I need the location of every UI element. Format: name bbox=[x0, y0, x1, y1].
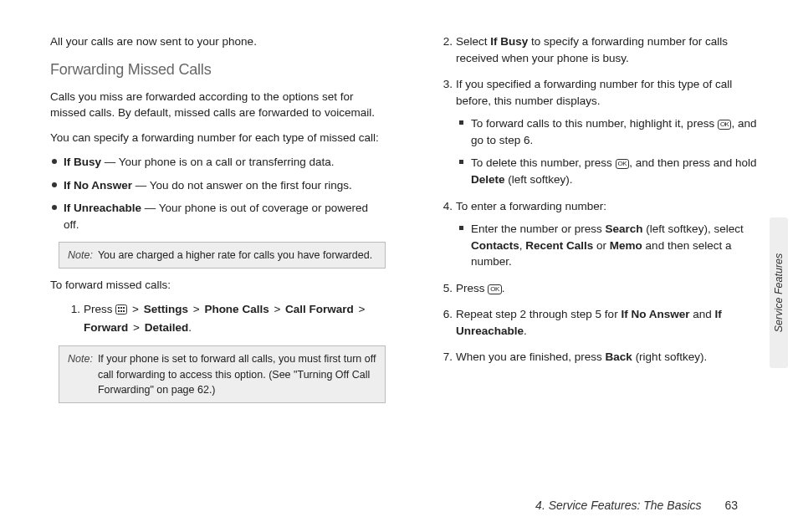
nav-item: Detailed bbox=[145, 321, 189, 334]
step-list-left: Press > Settings > Phone Calls > Call Fo… bbox=[69, 301, 386, 335]
step-text: To enter a forwarding number: bbox=[456, 200, 606, 212]
list-item: If Busy — Your phone is on a call or tra… bbox=[50, 154, 386, 171]
option-list: If Busy — Your phone is on a call or tra… bbox=[50, 154, 386, 233]
ok-key-icon: OK bbox=[718, 120, 732, 130]
note-text: If your phone is set to forward all call… bbox=[98, 351, 376, 396]
step-item: To enter a forwarding number: Enter the … bbox=[441, 198, 758, 270]
bold-term: Back bbox=[606, 350, 632, 363]
bold-term: Recent Calls bbox=[525, 239, 593, 252]
step-text: To delete this number, press bbox=[471, 156, 616, 169]
step-text: and bbox=[689, 308, 714, 320]
sub-list: Enter the number or press Search (left s… bbox=[459, 221, 758, 270]
sub-list: To forward calls to this number, highlig… bbox=[459, 115, 758, 187]
step-text: When you are finished, press bbox=[456, 350, 606, 363]
step-text: If you specified a forwarding number for… bbox=[456, 78, 732, 107]
note-label: Note: bbox=[68, 248, 93, 263]
step-text: . bbox=[502, 282, 505, 294]
option-text: — You do not answer on the first four ri… bbox=[132, 179, 352, 192]
step-text: . bbox=[524, 325, 527, 337]
left-column: All your calls are now sent to your phon… bbox=[50, 33, 386, 412]
step-item: When you are finished, press Back (right… bbox=[441, 349, 758, 366]
page: All your calls are now sent to your phon… bbox=[0, 0, 798, 532]
step-text: or bbox=[593, 239, 610, 252]
svg-rect-5 bbox=[120, 310, 122, 312]
option-text: — Your phone is on a call or transferrin… bbox=[101, 156, 334, 168]
nav-item: Call Forward bbox=[285, 303, 354, 315]
step-text: Select bbox=[456, 35, 490, 48]
option-label: If Busy bbox=[64, 156, 101, 168]
list-item: Enter the number or press Search (left s… bbox=[459, 221, 758, 270]
note-box: Note: You are charged a higher rate for … bbox=[59, 242, 386, 269]
step-text: (left softkey), select bbox=[643, 223, 744, 235]
bold-term: Memo bbox=[610, 239, 642, 252]
instruction-text: To forward missed calls: bbox=[50, 277, 386, 294]
bold-term: Search bbox=[606, 223, 643, 235]
side-tab: Service Features bbox=[770, 217, 788, 368]
list-item: If Unreachable — Your phone is out of co… bbox=[50, 200, 386, 233]
bold-term: Delete bbox=[471, 173, 505, 186]
step-text: Press bbox=[456, 282, 488, 294]
nav-item: Forward bbox=[84, 321, 128, 334]
step-text: Repeat step 2 through step 5 for bbox=[456, 308, 621, 320]
option-label: If Unreachable bbox=[64, 202, 141, 214]
intro-text: All your calls are now sent to your phon… bbox=[50, 33, 386, 50]
svg-rect-4 bbox=[118, 310, 120, 312]
note-text: You are charged a higher rate for calls … bbox=[98, 248, 376, 263]
nav-item: Phone Calls bbox=[204, 303, 269, 315]
svg-rect-2 bbox=[120, 307, 122, 309]
step-item: Press OK. bbox=[441, 280, 758, 297]
svg-rect-0 bbox=[116, 305, 127, 315]
bold-term: If Busy bbox=[490, 35, 528, 48]
step-item: Select If Busy to specify a forwarding n… bbox=[441, 33, 758, 66]
note-label: Note: bbox=[68, 351, 93, 396]
step-text: Enter the number or press bbox=[471, 223, 606, 235]
step-text: Press bbox=[84, 303, 115, 315]
list-item: To delete this number, press OK, and the… bbox=[459, 155, 758, 187]
list-item: If No Answer — You do not answer on the … bbox=[50, 177, 386, 194]
step-item: Press > Settings > Phone Calls > Call Fo… bbox=[69, 301, 386, 335]
note-box: Note: If your phone is set to forward al… bbox=[59, 345, 386, 402]
bold-term: Contacts bbox=[471, 239, 519, 252]
svg-rect-6 bbox=[123, 310, 125, 312]
right-column: Select If Busy to specify a forwarding n… bbox=[422, 33, 758, 412]
svg-rect-3 bbox=[123, 307, 125, 309]
nav-item: Settings bbox=[144, 303, 188, 315]
ok-key-icon: OK bbox=[616, 159, 630, 169]
chevron-right-icon: > bbox=[133, 320, 140, 336]
step-text: , and then press and hold bbox=[629, 156, 756, 169]
bold-term: If No Answer bbox=[621, 308, 689, 320]
body-text: Calls you miss are forwarded according t… bbox=[50, 89, 386, 121]
page-number: 63 bbox=[724, 499, 738, 512]
step-item: Repeat step 2 through step 5 for If No A… bbox=[441, 306, 758, 339]
section-heading: Forwarding Missed Calls bbox=[50, 59, 386, 80]
list-item: To forward calls to this number, highlig… bbox=[459, 115, 758, 148]
ok-key-icon: OK bbox=[488, 284, 502, 294]
columns: All your calls are now sent to your phon… bbox=[50, 33, 758, 412]
side-tab-label: Service Features bbox=[773, 253, 785, 332]
chevron-right-icon: > bbox=[193, 301, 200, 318]
step-item: If you specified a forwarding number for… bbox=[441, 76, 758, 187]
chevron-right-icon: > bbox=[274, 301, 280, 318]
body-text: You can specify a forwarding number for … bbox=[50, 130, 386, 146]
chevron-right-icon: > bbox=[132, 301, 139, 318]
step-list-right: Select If Busy to specify a forwarding n… bbox=[441, 33, 758, 366]
footer-title: 4. Service Features: The Basics bbox=[535, 499, 701, 512]
chevron-right-icon: > bbox=[359, 301, 366, 318]
step-text: (right softkey). bbox=[632, 350, 707, 363]
step-text: To forward calls to this number, highlig… bbox=[471, 117, 718, 130]
svg-rect-1 bbox=[118, 307, 120, 309]
step-text: (left softkey). bbox=[505, 173, 573, 186]
menu-key-icon bbox=[115, 303, 127, 320]
page-footer: 4. Service Features: The Basics 63 bbox=[535, 499, 738, 512]
option-label: If No Answer bbox=[64, 179, 132, 192]
